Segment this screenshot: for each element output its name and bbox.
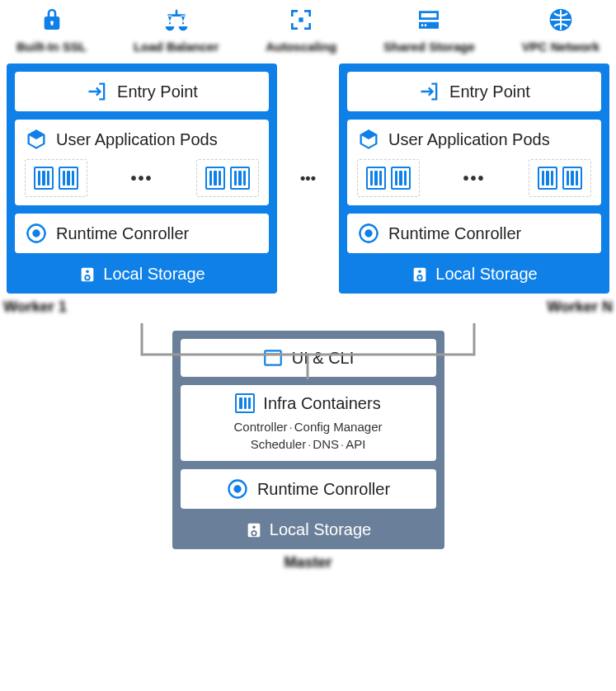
master-box: UI & CLI Infra Containers Controller·Con…: [172, 331, 444, 549]
disk-icon: [245, 521, 263, 539]
runtime-label: Runtime Conroller: [56, 224, 189, 243]
master-label: Master: [0, 554, 616, 571]
disk-icon: [78, 266, 96, 284]
pod-group: [196, 159, 259, 197]
entry-label: Entry Point: [449, 82, 530, 101]
container-icon: [366, 167, 386, 190]
runtime-card: Runtime Conroller: [15, 214, 269, 253]
feature-label: VPC Network: [522, 40, 600, 54]
svg-point-7: [366, 231, 372, 237]
worker-labels: Worker 1 Worker N: [0, 294, 616, 316]
entry-icon: [418, 80, 441, 103]
feature-label: Shared Storage: [383, 40, 475, 54]
feature-row: Built-In SSL Load Balancer Autoscaling S…: [0, 0, 616, 63]
feature-lb: Load Balancer: [134, 7, 219, 54]
runtime-label: Runtime Conroller: [257, 480, 390, 499]
container-icon: [230, 167, 250, 190]
pod-group: [25, 159, 87, 197]
svg-point-4: [86, 270, 89, 273]
infra-card: Infra Containers Controller·Config Manag…: [181, 385, 436, 461]
svg-point-15: [252, 525, 256, 529]
infra-label: Infra Containers: [263, 394, 380, 413]
pod-group: [529, 159, 591, 197]
container-icon: [538, 167, 557, 190]
ellipsis: •••: [130, 169, 153, 188]
container-icon: [34, 167, 54, 190]
worker-label-right: Worker N: [547, 298, 613, 316]
balance-icon: [163, 7, 190, 33]
storage-row: Local Storage: [347, 261, 601, 285]
pods-card: User Application Pods •••: [347, 120, 601, 205]
entry-point-card: Entry Point: [347, 72, 601, 111]
storage-label: Local Storage: [103, 265, 205, 284]
feature-ssl: Built-In SSL: [16, 7, 87, 54]
storage-icon: [416, 7, 442, 33]
workers-ellipsis: •••: [300, 170, 316, 187]
pods-card: User Application Pods •••: [15, 120, 269, 205]
container-icon: [391, 167, 411, 190]
gear-cycle-icon: [226, 477, 249, 501]
expand-icon: [288, 7, 314, 33]
feature-storage: Shared Storage: [383, 7, 475, 54]
entry-point-card: Entry Point: [15, 72, 269, 111]
runtime-card: Runtime Conroller: [347, 214, 601, 253]
ui-cli-label: UI & CLI: [292, 349, 355, 368]
feature-vpc: VPC Network: [522, 7, 600, 54]
lock-icon: [39, 7, 65, 33]
gear-cycle-icon: [25, 222, 48, 245]
cube-icon: [25, 128, 48, 151]
pods-label: User Application Pods: [388, 130, 550, 149]
worker-label-left: Worker 1: [3, 298, 67, 316]
runtime-label: Runtime Conroller: [388, 224, 521, 243]
disk-icon: [411, 266, 429, 284]
svg-point-2: [34, 231, 40, 237]
container-icon: [205, 167, 225, 190]
storage-row: Local Storage: [181, 517, 436, 541]
container-icon: [235, 393, 255, 413]
feature-label: Built-In SSL: [16, 40, 87, 54]
entry-label: Entry Point: [117, 82, 198, 101]
svg-point-9: [418, 270, 421, 273]
pod-group: [357, 159, 420, 197]
cube-icon: [357, 128, 380, 151]
svg-point-13: [234, 487, 240, 492]
entry-icon: [86, 80, 109, 103]
container-icon: [59, 167, 78, 190]
feature-label: Autoscaling: [266, 40, 336, 54]
worker-box-n: Entry Point User Application Pods •••: [339, 63, 609, 294]
ui-cli-card: UI & CLI: [181, 339, 436, 377]
storage-label: Local Storage: [270, 520, 371, 539]
worker-box-1: Entry Point User Application Pods •••: [7, 63, 277, 294]
pods-label: User Application Pods: [56, 130, 218, 149]
gear-cycle-icon: [357, 222, 380, 245]
feature-label: Load Balancer: [134, 40, 219, 54]
network-icon: [548, 7, 574, 33]
feature-autoscale: Autoscaling: [266, 7, 336, 54]
container-icon: [562, 167, 582, 190]
runtime-card: Runtime Conroller: [181, 469, 436, 509]
storage-row: Local Storage: [15, 261, 269, 285]
infra-subitems: Controller·Config Manager Scheduler·DNS·…: [234, 418, 383, 453]
workers-row: Entry Point User Application Pods •••: [0, 63, 616, 294]
window-icon: [262, 347, 284, 369]
storage-label: Local Storage: [435, 265, 537, 284]
ellipsis: •••: [463, 169, 485, 188]
